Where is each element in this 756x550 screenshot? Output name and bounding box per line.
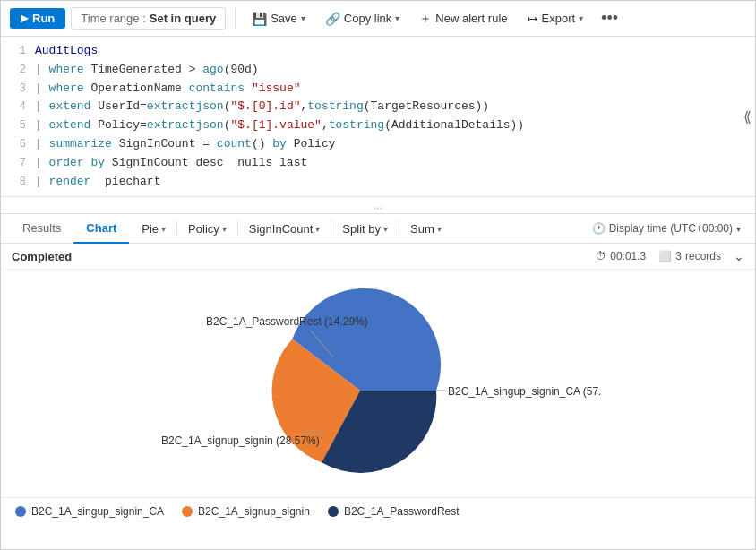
tab-bar: Results Chart Pie ▾ Policy ▾ SignInCount… [1, 214, 755, 244]
x-axis-label: Policy [188, 222, 219, 236]
collapse-editor-button[interactable]: ⟪ [743, 108, 752, 125]
legend-label-signup: B2C_1A_signup_signin [198, 505, 310, 518]
run-button[interactable]: ▶ Run [10, 8, 65, 29]
query-editor[interactable]: 1 AuditLogs 2 | where TimeGenerated > ag… [1, 37, 755, 197]
pie-label-ca: B2C_1A_singup_signin_CA (57.14%) [448, 385, 602, 398]
copy-link-icon: 🔗 [325, 12, 340, 26]
legend-item-passwordrest: B2C_1A_PasswordRest [328, 505, 460, 518]
play-icon: ▶ [21, 13, 28, 24]
query-line-2: 2 | where TimeGenerated > ago (90d) [1, 61, 755, 80]
export-label: Export [542, 12, 576, 25]
query-line-1: 1 AuditLogs [1, 42, 755, 61]
tab-controls: Pie ▾ Policy ▾ SignInCount ▾ Split by ▾ … [136, 219, 446, 239]
query-line-6: 6 | summarize SignInCount = count () by … [1, 135, 755, 154]
toolbar: ▶ Run Time range : Set in query 💾 Save ▾… [1, 1, 755, 37]
aggregation-label: Sum [410, 222, 434, 236]
tab-separator-2 [237, 221, 238, 236]
run-label: Run [32, 12, 55, 25]
pie-chart: B2C_1A_PasswordRest (14.29%) B2C_1A_sing… [154, 288, 602, 485]
time-range-value: Set in query [150, 12, 216, 25]
tab-separator-1 [176, 221, 177, 236]
split-by-chevron-icon: ▾ [383, 224, 388, 234]
x-axis-chevron-icon: ▾ [222, 224, 227, 234]
time-value: 00:01.3 [610, 250, 646, 262]
toolbar-separator-1 [235, 9, 236, 29]
aggregation-dropdown[interactable]: Sum ▾ [405, 219, 447, 239]
chart-type-dropdown[interactable]: Pie ▾ [136, 219, 171, 239]
save-button[interactable]: 💾 Save ▾ [245, 8, 313, 30]
split-by-label: Split by [342, 222, 381, 236]
y-axis-dropdown[interactable]: SignInCount ▾ [244, 219, 326, 239]
status-time: ⏱ 00:01.3 [596, 250, 646, 262]
new-alert-button[interactable]: ＋ New alert rule [412, 7, 514, 30]
chart-area: B2C_1A_PasswordRest (14.29%) B2C_1A_sing… [1, 270, 755, 494]
copy-link-button[interactable]: 🔗 Copy link ▾ [318, 8, 407, 30]
records-icon: ⬜ [658, 250, 672, 262]
tab-results[interactable]: Results [10, 214, 73, 244]
copy-link-label: Copy link [344, 12, 391, 25]
query-line-5: 5 | extend Policy= extractjson ( "$.[1].… [1, 116, 755, 135]
y-axis-chevron-icon: ▾ [315, 224, 320, 234]
legend-dot-ca [15, 506, 26, 517]
query-line-3: 3 | where OperationName contains "issue" [1, 80, 755, 99]
tab-separator-3 [331, 221, 331, 236]
tab-separator-4 [399, 221, 399, 236]
time-range-label: Time range : [81, 12, 146, 25]
copy-link-chevron-icon: ▾ [395, 13, 399, 23]
editor-more: ... [1, 197, 755, 214]
export-button[interactable]: ↦ Export ▾ [520, 8, 591, 30]
status-records: ⬜ 3 records [658, 250, 721, 262]
records-label: records [685, 250, 721, 262]
time-range-button[interactable]: Time range : Set in query [71, 7, 226, 30]
expand-icon: ⌄ [734, 249, 744, 263]
chart-type-label: Pie [142, 222, 159, 236]
plus-icon: ＋ [419, 11, 432, 27]
status-completed: Completed [12, 250, 72, 263]
save-label: Save [271, 12, 297, 25]
query-line-8: 8 | render piechart [1, 173, 755, 192]
expand-results-button[interactable]: ⌄ [734, 249, 744, 263]
legend-item-signup: B2C_1A_signup_signin [182, 505, 310, 518]
display-time-label: Display time (UTC+00:00) [609, 222, 733, 235]
save-icon: 💾 [252, 12, 267, 26]
display-time-button[interactable]: 🕐 Display time (UTC+00:00) ▾ [587, 219, 746, 238]
legend-dot-signup [182, 506, 193, 517]
status-bar: Completed ⏱ 00:01.3 ⬜ 3 records ⌄ [1, 244, 755, 270]
chevron-up-icon: ⟪ [743, 109, 752, 125]
records-count: 3 [675, 250, 682, 262]
y-axis-label: SignInCount [249, 222, 314, 236]
legend-dot-passwordrest [328, 506, 339, 517]
x-axis-dropdown[interactable]: Policy ▾ [183, 219, 232, 239]
aggregation-chevron-icon: ▾ [437, 224, 442, 234]
new-alert-label: New alert rule [435, 12, 507, 25]
split-by-dropdown[interactable]: Split by ▾ [337, 219, 393, 239]
export-icon: ↦ [528, 12, 538, 26]
legend-item-ca: B2C_1A_singup_signin_CA [15, 505, 164, 518]
chart-type-chevron-icon: ▾ [161, 224, 166, 234]
tab-chart[interactable]: Chart [73, 214, 129, 244]
save-chevron-icon: ▾ [301, 13, 305, 23]
display-time-chevron-icon: ▾ [736, 224, 741, 234]
legend-label-ca: B2C_1A_singup_signin_CA [31, 505, 164, 518]
timer-icon: ⏱ [596, 250, 606, 262]
pie-svg: B2C_1A_PasswordRest (14.29%) B2C_1A_sing… [154, 288, 602, 485]
export-chevron-icon: ▾ [579, 13, 583, 23]
chart-legend: B2C_1A_singup_signin_CA B2C_1A_signup_si… [1, 497, 755, 525]
more-options-button[interactable]: ••• [596, 5, 623, 31]
legend-label-passwordrest: B2C_1A_PasswordRest [344, 505, 460, 518]
status-right: ⏱ 00:01.3 ⬜ 3 records ⌄ [596, 249, 744, 263]
pie-label-passwordrest: B2C_1A_PasswordRest (14.29%) [206, 315, 368, 328]
clock-icon: 🕐 [592, 222, 606, 235]
pie-label-signup: B2C_1A_signup_signin (28.57%) [161, 434, 320, 447]
more-icon: ••• [601, 9, 618, 27]
query-line-7: 7 | order by SignInCount desc nulls last [1, 154, 755, 173]
query-line-4: 4 | extend UserId= extractjson ( "$.[0].… [1, 98, 755, 116]
